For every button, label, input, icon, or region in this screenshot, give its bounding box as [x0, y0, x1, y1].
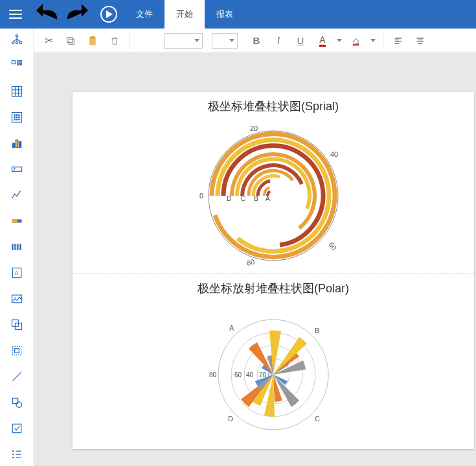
align-left-button[interactable]	[389, 31, 408, 51]
chart-spiral-cell[interactable]: 极坐标堆叠柱状图(Sprial) 0 20 40 60 80 A B C	[73, 92, 474, 274]
svg-text:60: 60	[234, 371, 242, 379]
svg-point-14	[14, 117, 15, 118]
svg-text:C: C	[241, 195, 245, 202]
richtext-icon[interactable]: A	[10, 266, 24, 280]
copy-button[interactable]	[61, 31, 80, 51]
chart-icon[interactable]	[10, 136, 24, 150]
chart-spiral-title: 极坐标堆叠柱状图(Sprial)	[79, 99, 468, 114]
svg-rect-4	[12, 61, 15, 64]
matrix-icon[interactable]	[10, 58, 24, 73]
cut-button[interactable]: ✂	[39, 31, 58, 51]
chart-spiral: 0 20 40 60 80 A B C D	[196, 118, 351, 267]
svg-text:0: 0	[199, 192, 203, 200]
svg-rect-8	[20, 64, 22, 65]
line-chart-icon[interactable]	[10, 188, 24, 202]
svg-text:B: B	[254, 195, 258, 202]
svg-point-19	[18, 119, 19, 121]
menu-icon[interactable]	[0, 0, 31, 29]
svg-rect-20	[12, 143, 14, 148]
svg-rect-43	[91, 36, 94, 38]
tab-report[interactable]: 报表	[205, 0, 245, 29]
report-canvas[interactable]: 极坐标堆叠柱状图(Sprial) 0 20 40 60 80 A B C	[73, 92, 474, 449]
svg-rect-41	[67, 37, 73, 42]
svg-point-37	[12, 450, 14, 452]
barcode-icon[interactable]	[10, 240, 24, 254]
svg-text:60: 60	[327, 240, 338, 251]
svg-point-15	[16, 117, 17, 118]
line-icon[interactable]	[10, 369, 24, 384]
svg-text:C: C	[315, 415, 320, 423]
chart-polar-cell[interactable]: 极坐标放射堆叠柱状图(Polar) 80 60 40 20 0 A B	[73, 274, 474, 449]
svg-point-18	[16, 119, 17, 121]
svg-point-13	[18, 115, 19, 116]
svg-point-11	[14, 115, 15, 116]
svg-rect-25	[12, 220, 17, 223]
svg-rect-7	[17, 64, 19, 65]
svg-text:B: B	[315, 327, 319, 334]
svg-text:80: 80	[209, 371, 217, 379]
svg-rect-9	[12, 87, 21, 97]
font-size-dropdown[interactable]	[212, 33, 238, 49]
canvas-area: ✂ B I U A 极坐标堆叠柱状图(Sprial)	[34, 29, 476, 466]
italic-button[interactable]: I	[269, 31, 288, 51]
toolbar: ✂ B I U A	[34, 29, 476, 53]
font-family-dropdown[interactable]	[164, 33, 203, 49]
svg-text:D: D	[228, 415, 233, 423]
svg-rect-6	[20, 61, 22, 63]
svg-rect-22	[19, 142, 21, 148]
list-icon[interactable]	[10, 447, 24, 461]
font-color-dropdown[interactable]	[335, 31, 344, 51]
svg-rect-23	[12, 167, 21, 172]
redo-button[interactable]	[62, 0, 93, 29]
svg-text:40: 40	[330, 150, 338, 158]
svg-text:A: A	[14, 270, 18, 276]
svg-rect-40	[69, 39, 74, 44]
undo-button[interactable]	[31, 0, 62, 29]
svg-point-1	[12, 41, 14, 43]
svg-rect-33	[14, 349, 19, 353]
tree-icon[interactable]	[10, 32, 24, 47]
chart-polar: 80 60 40 20 0 A B C D	[196, 300, 351, 443]
subreport-icon[interactable]	[10, 318, 24, 332]
svg-text:A: A	[229, 324, 234, 332]
image-icon[interactable]	[10, 292, 24, 306]
svg-rect-36	[12, 424, 21, 432]
delete-button[interactable]	[105, 31, 124, 51]
svg-point-38	[12, 454, 14, 456]
svg-text:20: 20	[250, 124, 258, 132]
table-icon[interactable]	[10, 84, 24, 99]
svg-rect-28	[12, 295, 21, 303]
shape-icon[interactable]	[10, 395, 24, 410]
font-color-button[interactable]: A	[313, 31, 332, 51]
play-button[interactable]	[93, 0, 124, 29]
textbox-icon[interactable]	[10, 162, 24, 176]
checkbox-icon[interactable]	[10, 421, 24, 436]
grid-icon[interactable]	[10, 110, 24, 124]
svg-rect-32	[12, 346, 21, 355]
bold-button[interactable]: B	[247, 31, 266, 51]
tab-start[interactable]: 开始	[164, 0, 205, 29]
svg-point-0	[16, 35, 17, 37]
title-bar: 文件 开始 报表	[0, 0, 476, 29]
svg-point-17	[14, 119, 15, 121]
paste-button[interactable]	[83, 31, 102, 51]
tab-file[interactable]: 文件	[124, 0, 164, 29]
svg-rect-21	[16, 140, 17, 148]
fill-color-button[interactable]	[346, 31, 366, 51]
svg-text:D: D	[227, 195, 231, 202]
svg-rect-44	[353, 44, 359, 45]
underline-button[interactable]: U	[291, 31, 310, 51]
fill-color-dropdown[interactable]	[368, 31, 378, 51]
svg-text:A: A	[266, 195, 270, 202]
align-center-button[interactable]	[411, 31, 430, 51]
svg-point-16	[18, 117, 19, 118]
svg-point-3	[19, 41, 21, 43]
svg-text:80: 80	[245, 257, 255, 267]
svg-text:40: 40	[246, 371, 254, 379]
svg-point-12	[16, 115, 17, 116]
svg-point-35	[16, 402, 21, 407]
gauge-icon[interactable]	[10, 214, 24, 228]
svg-point-39	[12, 457, 14, 459]
chart-polar-title: 极坐标放射堆叠柱状图(Polar)	[79, 281, 468, 296]
container-icon[interactable]	[10, 344, 24, 358]
